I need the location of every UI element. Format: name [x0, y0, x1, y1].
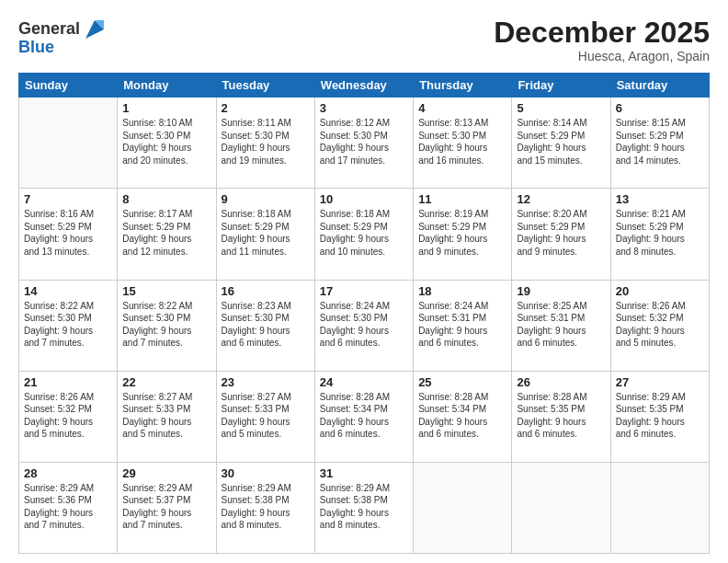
header: General Blue December 2025 Huesca, Arago…	[18, 17, 710, 63]
day-number: 6	[616, 101, 704, 115]
calendar-cell: 4Sunrise: 8:13 AM Sunset: 5:30 PM Daylig…	[414, 98, 512, 189]
calendar-cell: 23Sunrise: 8:27 AM Sunset: 5:33 PM Dayli…	[216, 371, 314, 462]
location: Huesca, Aragon, Spain	[494, 49, 710, 63]
day-info: Sunrise: 8:25 AM Sunset: 5:31 PM Dayligh…	[517, 300, 605, 350]
day-info: Sunrise: 8:18 AM Sunset: 5:29 PM Dayligh…	[320, 208, 408, 258]
calendar-cell: 20Sunrise: 8:26 AM Sunset: 5:32 PM Dayli…	[610, 280, 709, 371]
day-number: 9	[222, 192, 310, 206]
calendar-cell: 29Sunrise: 8:29 AM Sunset: 5:37 PM Dayli…	[118, 462, 216, 553]
week-row-1: 1Sunrise: 8:10 AM Sunset: 5:30 PM Daylig…	[19, 98, 710, 189]
calendar-cell: 13Sunrise: 8:21 AM Sunset: 5:29 PM Dayli…	[610, 189, 709, 280]
calendar-cell: 16Sunrise: 8:23 AM Sunset: 5:30 PM Dayli…	[216, 280, 314, 371]
calendar-cell: 31Sunrise: 8:29 AM Sunset: 5:38 PM Dayli…	[314, 462, 413, 553]
title-block: December 2025 Huesca, Aragon, Spain	[494, 17, 710, 63]
day-info: Sunrise: 8:22 AM Sunset: 5:30 PM Dayligh…	[24, 300, 112, 350]
day-info: Sunrise: 8:10 AM Sunset: 5:30 PM Dayligh…	[122, 117, 210, 167]
weekday-header-tuesday: Tuesday	[216, 74, 314, 98]
day-info: Sunrise: 8:24 AM Sunset: 5:30 PM Dayligh…	[320, 300, 408, 350]
week-row-5: 28Sunrise: 8:29 AM Sunset: 5:36 PM Dayli…	[19, 462, 710, 553]
day-info: Sunrise: 8:27 AM Sunset: 5:33 PM Dayligh…	[222, 391, 310, 441]
day-number: 2	[222, 101, 310, 115]
day-info: Sunrise: 8:13 AM Sunset: 5:30 PM Dayligh…	[418, 117, 506, 167]
calendar-cell: 10Sunrise: 8:18 AM Sunset: 5:29 PM Dayli…	[314, 189, 413, 280]
day-number: 20	[616, 284, 704, 298]
calendar-cell: 18Sunrise: 8:24 AM Sunset: 5:31 PM Dayli…	[414, 280, 512, 371]
day-info: Sunrise: 8:16 AM Sunset: 5:29 PM Dayligh…	[24, 208, 112, 258]
weekday-header-row: SundayMondayTuesdayWednesdayThursdayFrid…	[19, 74, 710, 98]
day-info: Sunrise: 8:27 AM Sunset: 5:33 PM Dayligh…	[122, 391, 210, 441]
weekday-header-sunday: Sunday	[19, 74, 118, 98]
day-info: Sunrise: 8:22 AM Sunset: 5:30 PM Dayligh…	[122, 300, 210, 350]
logo-icon	[82, 17, 108, 42]
day-number: 31	[320, 466, 408, 480]
day-info: Sunrise: 8:28 AM Sunset: 5:35 PM Dayligh…	[517, 391, 605, 441]
day-number: 7	[24, 192, 112, 206]
weekday-header-thursday: Thursday	[414, 74, 512, 98]
day-info: Sunrise: 8:29 AM Sunset: 5:36 PM Dayligh…	[24, 482, 112, 532]
calendar-cell: 17Sunrise: 8:24 AM Sunset: 5:30 PM Dayli…	[314, 280, 413, 371]
day-info: Sunrise: 8:28 AM Sunset: 5:34 PM Dayligh…	[418, 391, 506, 441]
calendar-cell: 27Sunrise: 8:29 AM Sunset: 5:35 PM Dayli…	[610, 371, 709, 462]
calendar-cell: 24Sunrise: 8:28 AM Sunset: 5:34 PM Dayli…	[314, 371, 413, 462]
day-number: 24	[320, 375, 408, 389]
calendar-cell: 15Sunrise: 8:22 AM Sunset: 5:30 PM Dayli…	[118, 280, 216, 371]
day-info: Sunrise: 8:29 AM Sunset: 5:38 PM Dayligh…	[222, 482, 310, 532]
day-info: Sunrise: 8:21 AM Sunset: 5:29 PM Dayligh…	[616, 208, 704, 258]
day-info: Sunrise: 8:23 AM Sunset: 5:30 PM Dayligh…	[222, 300, 310, 350]
calendar-cell: 25Sunrise: 8:28 AM Sunset: 5:34 PM Dayli…	[414, 371, 512, 462]
day-number: 3	[320, 101, 408, 115]
day-number: 19	[517, 284, 605, 298]
calendar-cell: 6Sunrise: 8:15 AM Sunset: 5:29 PM Daylig…	[610, 98, 709, 189]
calendar-cell: 8Sunrise: 8:17 AM Sunset: 5:29 PM Daylig…	[118, 189, 216, 280]
calendar-cell: 26Sunrise: 8:28 AM Sunset: 5:35 PM Dayli…	[512, 371, 610, 462]
calendar-cell	[414, 462, 512, 553]
day-info: Sunrise: 8:26 AM Sunset: 5:32 PM Dayligh…	[616, 300, 704, 350]
day-number: 22	[122, 375, 210, 389]
calendar-cell: 9Sunrise: 8:18 AM Sunset: 5:29 PM Daylig…	[216, 189, 314, 280]
day-number: 25	[418, 375, 506, 389]
day-info: Sunrise: 8:24 AM Sunset: 5:31 PM Dayligh…	[418, 300, 506, 350]
day-number: 5	[517, 101, 605, 115]
day-info: Sunrise: 8:29 AM Sunset: 5:38 PM Dayligh…	[320, 482, 408, 532]
calendar: SundayMondayTuesdayWednesdayThursdayFrid…	[18, 73, 710, 554]
day-number: 10	[320, 192, 408, 206]
calendar-cell: 21Sunrise: 8:26 AM Sunset: 5:32 PM Dayli…	[19, 371, 118, 462]
page: General Blue December 2025 Huesca, Arago…	[0, 0, 728, 563]
calendar-cell	[19, 98, 118, 189]
logo-text: General	[18, 20, 80, 39]
calendar-cell: 11Sunrise: 8:19 AM Sunset: 5:29 PM Dayli…	[414, 189, 512, 280]
logo: General Blue	[18, 17, 108, 57]
day-number: 29	[122, 466, 210, 480]
weekday-header-friday: Friday	[512, 74, 610, 98]
day-info: Sunrise: 8:12 AM Sunset: 5:30 PM Dayligh…	[320, 117, 408, 167]
calendar-cell: 5Sunrise: 8:14 AM Sunset: 5:29 PM Daylig…	[512, 98, 610, 189]
day-number: 26	[517, 375, 605, 389]
day-number: 27	[616, 375, 704, 389]
day-number: 4	[418, 101, 506, 115]
calendar-cell: 28Sunrise: 8:29 AM Sunset: 5:36 PM Dayli…	[19, 462, 118, 553]
day-number: 12	[517, 192, 605, 206]
day-number: 8	[122, 192, 210, 206]
calendar-cell: 22Sunrise: 8:27 AM Sunset: 5:33 PM Dayli…	[118, 371, 216, 462]
weekday-header-wednesday: Wednesday	[314, 74, 413, 98]
calendar-cell: 14Sunrise: 8:22 AM Sunset: 5:30 PM Dayli…	[19, 280, 118, 371]
week-row-2: 7Sunrise: 8:16 AM Sunset: 5:29 PM Daylig…	[19, 189, 710, 280]
day-number: 11	[418, 192, 506, 206]
day-info: Sunrise: 8:15 AM Sunset: 5:29 PM Dayligh…	[616, 117, 704, 167]
week-row-4: 21Sunrise: 8:26 AM Sunset: 5:32 PM Dayli…	[19, 371, 710, 462]
week-row-3: 14Sunrise: 8:22 AM Sunset: 5:30 PM Dayli…	[19, 280, 710, 371]
day-info: Sunrise: 8:14 AM Sunset: 5:29 PM Dayligh…	[517, 117, 605, 167]
day-number: 18	[418, 284, 506, 298]
day-info: Sunrise: 8:17 AM Sunset: 5:29 PM Dayligh…	[122, 208, 210, 258]
calendar-cell: 7Sunrise: 8:16 AM Sunset: 5:29 PM Daylig…	[19, 189, 118, 280]
day-number: 23	[222, 375, 310, 389]
calendar-cell: 2Sunrise: 8:11 AM Sunset: 5:30 PM Daylig…	[216, 98, 314, 189]
month-title: December 2025	[494, 17, 710, 49]
day-number: 30	[222, 466, 310, 480]
day-number: 1	[122, 101, 210, 115]
day-info: Sunrise: 8:28 AM Sunset: 5:34 PM Dayligh…	[320, 391, 408, 441]
day-info: Sunrise: 8:20 AM Sunset: 5:29 PM Dayligh…	[517, 208, 605, 258]
calendar-cell: 3Sunrise: 8:12 AM Sunset: 5:30 PM Daylig…	[314, 98, 413, 189]
day-info: Sunrise: 8:18 AM Sunset: 5:29 PM Dayligh…	[222, 208, 310, 258]
day-info: Sunrise: 8:29 AM Sunset: 5:37 PM Dayligh…	[122, 482, 210, 532]
